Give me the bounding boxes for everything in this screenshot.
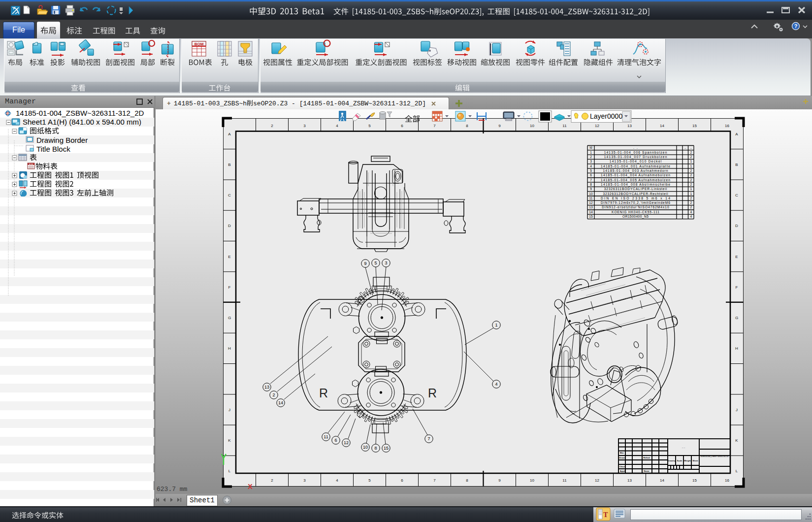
svg-text:3: 3 [303,478,306,483]
svg-text:12: 12 [589,201,593,204]
svg-text:10: 10 [530,478,534,483]
svg-text:13: 13 [627,124,632,128]
svg-text:H: H [735,346,738,351]
svg-text:2: 2 [690,201,692,204]
svg-text:D: D [735,224,738,228]
svg-text:10: 10 [363,445,368,450]
svg-text:9: 9 [498,478,501,483]
svg-text:Sheet: Sheet [692,459,698,462]
svg-text:G: G [228,316,231,320]
svg-text:11: 11 [324,434,328,439]
svg-text:X: X [248,483,253,490]
svg-text:5: 5 [374,261,377,265]
svg-text:DIN7979-12m6x70,2,'tmitGewinde: DIN7979-12m6x70,2,'tmitGewindeM6 [601,201,670,204]
svg-text:14135-01-004_006 Spannbolzen: 14135-01-004_006 Spannbolzen [604,151,667,155]
svg-text:3: 3 [385,261,387,265]
svg-text:13: 13 [589,205,593,209]
svg-text:..: .. [690,146,692,149]
svg-text:C: C [228,193,231,197]
svg-text:4: 4 [336,478,338,483]
svg-text:14: 14 [278,400,283,405]
svg-text:Drawn: Drawn [619,457,626,459]
svg-text:32326311BODYCALIPER-Linksteil: 32326311BODYCALIPER-Linksteil [604,187,667,191]
svg-text:DIN912-ersetztdur'NISO4762M4x1: DIN912-ersetztdur'NISO4762M4x10 [602,205,669,209]
svg-text:5: 5 [368,478,371,483]
svg-text:8: 8 [590,183,592,186]
svg-text:4: 4 [590,164,592,168]
svg-text:6: 6 [590,173,592,177]
svg-text:1: 1 [690,164,692,168]
svg-text:14185-01-004_005 Aufnahmebolz: 14185-01-004_005 Aufnahmebolzen [601,178,670,182]
svg-text:1: 1 [690,192,692,196]
svg-text:Mat.: Mat. [620,452,624,454]
svg-text:16: 16 [725,124,729,128]
svg-text:1: 1 [590,151,592,154]
svg-text:BOM: BOM [29,163,33,165]
svg-text:14185-01-004_008 Abstimnschei: 14185-01-004_008 Abstimnscheibe [601,183,670,187]
svg-text:4: 4 [495,382,497,387]
svg-text:2: 2 [690,173,692,177]
svg-text:9: 9 [364,261,366,266]
svg-text:L: L [228,469,231,473]
svg-text:13: 13 [627,478,632,483]
svg-text:B: B [228,163,230,167]
svg-text:7: 7 [427,436,430,441]
svg-text:C: C [735,193,738,197]
svg-text:8: 8 [466,478,468,483]
svg-text:7: 7 [590,178,592,182]
svg-text:2: 2 [271,478,273,483]
svg-text:E: E [735,255,738,259]
svg-text:Layer0000: Layer0000 [590,112,622,120]
svg-text:Id: Id [589,146,592,149]
svg-text:D: D [228,224,231,228]
svg-text:1: 1 [690,160,692,163]
svg-text:14: 14 [589,210,593,214]
svg-text:2: 2 [271,124,273,128]
svg-text:B: B [735,163,738,167]
svg-text:11: 11 [589,196,593,200]
svg-text:11: 11 [562,124,567,128]
svg-text:13: 13 [264,385,269,390]
svg-text:T: T [603,511,608,519]
svg-text:K: K [735,438,738,443]
svg-text:?: ? [794,23,798,29]
svg-text:5: 5 [368,124,371,128]
svg-text:14185-01-004_ZSBW~326311-312-1: 14185-01-004_ZSBW~326311-312-1D [700,455,729,457]
svg-text:..: .. [684,146,686,149]
svg-text:5: 5 [590,169,592,172]
svg-text:14185-01-004_004 Aufnahmebolz: 14185-01-004_004 Aufnahmebolzen [601,173,670,177]
svg-text:8: 8 [374,446,377,451]
svg-text:14: 14 [660,478,664,483]
svg-text:Weight: Weight [684,459,691,462]
svg-text:K: K [228,438,231,443]
svg-text:3: 3 [303,124,306,128]
svg-text:R: R [319,386,328,400]
svg-text:F: F [228,285,231,290]
svg-text:15: 15 [692,478,697,483]
svg-text:L: L [736,469,738,473]
svg-text:12: 12 [344,440,349,445]
svg-text:14135-01-004_010 Deckel: 14135-01-004_010 Deckel [610,160,662,163]
svg-text:1: 1 [495,323,497,327]
svg-text:Refted: Refted [643,457,650,459]
svg-text:6: 6 [401,478,403,483]
svg-text:J: J [228,408,230,412]
svg-text:2: 2 [690,205,692,209]
svg-text:15: 15 [692,124,697,128]
svg-text:2: 2 [690,151,692,154]
svg-text:2: 2 [690,155,692,159]
svg-text:6: 6 [334,438,337,443]
svg-text:10: 10 [589,192,593,196]
svg-text:A: A [228,132,231,136]
svg-text:OR1500400_N5: OR1500400_N5 [622,215,649,219]
svg-text:15: 15 [589,215,593,218]
svg-text:E: E [228,255,230,259]
svg-text:2: 2 [272,392,275,397]
svg-text:G: G [735,316,738,320]
svg-text:7: 7 [433,478,436,483]
svg-text:Check: Check [619,465,626,468]
svg-text:A: A [735,132,738,136]
svg-text:9: 9 [498,124,501,128]
svg-text:Scale: Scale [677,459,683,462]
svg-text:12: 12 [595,478,599,483]
